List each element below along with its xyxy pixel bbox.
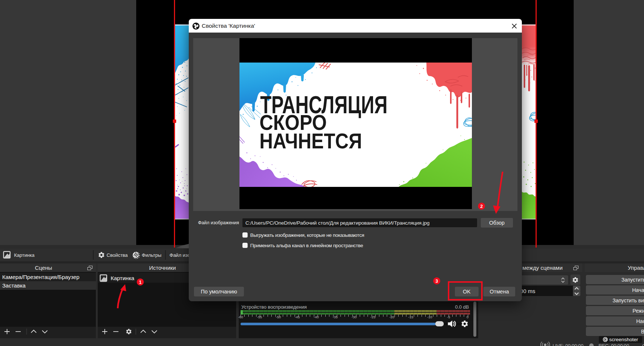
svg-text:НАЧНЕТСЯ: НАЧНЕТСЯ: [259, 129, 362, 153]
